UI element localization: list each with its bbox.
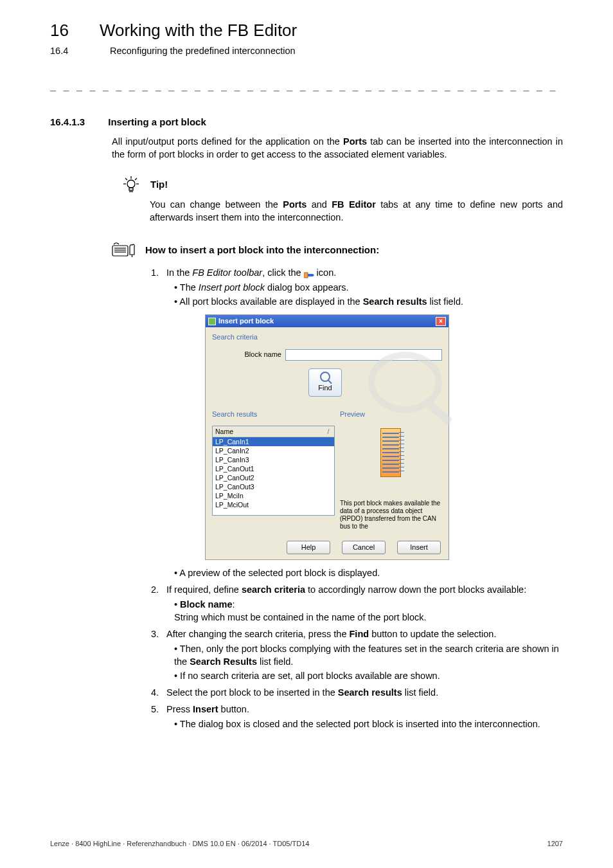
help-button[interactable]: Help (287, 541, 330, 554)
procedure-icon (112, 242, 138, 258)
svg-rect-8 (112, 246, 128, 256)
step-5-note: The dialog box is closed and the selecte… (174, 718, 563, 730)
preview-label: Preview (340, 410, 442, 419)
insert-button[interactable]: Insert (397, 541, 441, 554)
dialog-titlebar: Insert port block × (206, 315, 449, 327)
step-1-note-2: All port blocks available are displayed … (174, 295, 563, 308)
subsection-heading: 16.4.1.3 Inserting a port block (50, 116, 563, 129)
section-title: Reconfiguring the predefined interconnec… (110, 44, 296, 57)
magnifier-icon (320, 372, 330, 382)
page-footer: Lenze · 8400 HighLine · Referenzhandbuch… (50, 839, 563, 849)
column-name: Name (215, 427, 325, 436)
section-header: 16.4 Reconfiguring the predefined interc… (50, 44, 563, 57)
intro-paragraph: All input/output ports defined for the a… (112, 135, 563, 161)
list-item[interactable]: LP_MciOut (213, 500, 334, 509)
port-block-icon (380, 428, 401, 477)
dialog-title-text: Insert port block (218, 317, 274, 325)
svg-rect-13 (304, 273, 308, 278)
procedure-list: In the FB Editor toolbar, click the icon… (150, 266, 563, 730)
svg-line-7 (135, 178, 137, 180)
fb-toolbar-icon (304, 269, 314, 277)
subsection-number: 16.4.1.3 (50, 116, 85, 129)
svg-line-6 (125, 178, 127, 180)
block-name-label: Block name (212, 350, 281, 359)
footer-left: Lenze · 8400 HighLine · Referenzhandbuch… (50, 839, 309, 849)
section-number: 16.4 (50, 44, 79, 57)
dialog-app-icon (208, 318, 216, 325)
preview-pane (340, 426, 442, 500)
chapter-number: 16 (50, 19, 69, 42)
search-criteria-label: Search criteria (212, 332, 442, 342)
insert-port-block-dialog: Insert port block × Search criteria Bloc… (205, 314, 449, 560)
list-item[interactable]: LP_MciIn (213, 491, 334, 500)
watermark-icon (368, 352, 442, 413)
tip-block: Tip! (121, 175, 563, 194)
chapter-title: Working with the FB Editor (100, 19, 297, 42)
search-results-list[interactable]: Name/ LP_CanIn1 LP_CanIn2 LP_CanIn3 LP_C… (212, 426, 335, 516)
step-1: In the FB Editor toolbar, click the icon… (161, 266, 563, 579)
search-results-label: Search results (212, 410, 335, 419)
list-item[interactable]: LP_CanOut3 (213, 482, 334, 491)
howto-block: How to insert a port block into the inte… (112, 242, 563, 258)
find-button-label: Find (318, 383, 332, 393)
subsection-title: Inserting a port block (108, 116, 206, 129)
step-2: If required, define search criteria to a… (161, 583, 563, 624)
cancel-button[interactable]: Cancel (342, 541, 386, 554)
list-item[interactable]: LP_CanIn3 (213, 455, 334, 464)
svg-rect-1 (129, 188, 133, 190)
find-button[interactable]: Find (308, 368, 342, 397)
list-item[interactable]: LP_CanIn2 (213, 446, 334, 455)
svg-marker-14 (308, 274, 314, 276)
close-icon[interactable]: × (436, 317, 446, 326)
tip-body: You can change between the Ports and FB … (150, 198, 563, 224)
step-3-note-1: Then, only the port blocks complying wit… (174, 642, 563, 668)
chapter-header: 16 Working with the FB Editor (50, 19, 563, 42)
step-2-note: Block name:String which must be containe… (174, 598, 563, 624)
divider: _ _ _ _ _ _ _ _ _ _ _ _ _ _ _ _ _ _ _ _ … (50, 79, 563, 93)
svg-point-0 (127, 180, 135, 188)
footer-page-number: 1207 (547, 839, 563, 849)
howto-title: How to insert a port block into the inte… (145, 244, 379, 257)
list-item[interactable]: LP_CanIn1 (213, 437, 334, 446)
lightbulb-icon (121, 175, 141, 194)
preview-description: This port block makes available the data… (340, 500, 442, 530)
after-dialog-note: A preview of the selected port block is … (174, 566, 563, 579)
step-1-note-1: The Insert port block dialog box appears… (174, 281, 563, 294)
step-4: Select the port block to be inserted in … (161, 686, 563, 699)
list-item[interactable]: LP_CanOut1 (213, 464, 334, 473)
step-3: After changing the search criteria, pres… (161, 628, 563, 682)
tip-label: Tip! (150, 178, 168, 192)
step-3-note-2: If no search criteria are set, all port … (174, 669, 563, 682)
step-5: Press Insert button. The dialog box is c… (161, 703, 563, 730)
list-item[interactable]: LP_CanOut2 (213, 473, 334, 482)
